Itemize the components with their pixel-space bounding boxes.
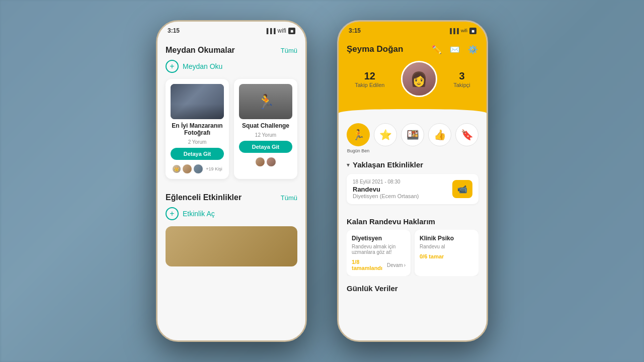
badge-social-circle: 👍	[428, 123, 451, 146]
remaining-card-1-title: Diyetisyen	[352, 235, 406, 242]
add-activity-icon: +	[166, 207, 179, 220]
avatar-icon-1: 👑	[172, 164, 181, 173]
badge-today-label: Bugün Ben	[347, 148, 370, 153]
signal-icon-right: ▐▐▐	[448, 28, 459, 34]
add-activity-row[interactable]: + Etkinlik Aç	[166, 207, 297, 220]
challenge-card-1: En İyi Manzaranın Fotoğrafı 2 Yorum Deta…	[166, 79, 229, 179]
add-challenge-label: Meydan Oku	[183, 62, 222, 70]
avatar-2	[193, 164, 203, 174]
remaining-card-1-progress: 1/8 tamamlandı	[352, 259, 387, 271]
remaining-card-1-row: 1/8 tamamlandı Devam ›	[352, 259, 406, 271]
remaining-card-2-progress: 0/6 tamar	[420, 253, 444, 259]
activities-title: Eğlenceli Etkinlikler	[166, 193, 242, 202]
card-1-subtitle: 2 Yorum	[171, 139, 224, 145]
followers-count: 3	[453, 70, 470, 82]
upcoming-section: ▾ Yaklaşan Etkinlikler 18 Eylül 2021 - 0…	[339, 155, 487, 214]
appointment-info: 18 Eylül 2021 - 08:30 Randevu Diyetisyen…	[353, 179, 419, 199]
card-1-avatars: 👑 +19 Kişi	[171, 164, 224, 174]
wave-container	[339, 109, 487, 119]
remaining-card-1-action[interactable]: Devam ›	[387, 262, 406, 268]
remaining-title: Kalan Randevu Haklarım	[347, 217, 478, 226]
appointment-date: 18 Eylül 2021 - 08:30	[353, 179, 419, 185]
add-activity-label: Etkinlik Aç	[183, 210, 215, 218]
status-icons-left: ▐▐▐ wifi ■	[265, 27, 295, 34]
right-phone-screen: Şeyma Doğan ✏️ ✉️ ⚙️ 12 Takip Edilen 👩	[339, 40, 487, 340]
avatar-4	[266, 157, 276, 167]
phones-container: 3:15 ▐▐▐ wifi ■ Meydan Okumalar Tümü + M…	[0, 0, 644, 362]
badge-food-circle: 🍱	[401, 123, 424, 146]
edit-icon[interactable]: ✏️	[431, 44, 442, 55]
following-count: 12	[355, 70, 384, 82]
following-stat: 12 Takip Edilen	[355, 70, 384, 88]
battery-icon-left: ■	[288, 28, 295, 34]
badge-today[interactable]: 🏃 Bugün Ben	[347, 123, 370, 153]
gym-image	[171, 84, 224, 119]
badge-star[interactable]: ⭐	[374, 123, 397, 153]
avatar-image: 👩	[403, 62, 436, 96]
remaining-card-2: Klinik Psiko Randevu al 0/6 tamar	[415, 230, 478, 276]
add-challenge-row[interactable]: + Meydan Oku	[166, 60, 297, 73]
status-bar-right: 3:15 ▐▐▐ wifi ■	[339, 22, 487, 40]
video-call-icon[interactable]: 📹	[452, 180, 472, 198]
card-1-detail-btn[interactable]: Detaya Git	[171, 148, 224, 160]
add-challenge-icon: +	[166, 60, 179, 73]
challenge-card-2: Squat Challenge 12 Yorum Detaya Git	[234, 79, 297, 179]
time-right: 3:15	[349, 27, 361, 34]
battery-icon-right: ■	[469, 28, 476, 34]
profile-top-row: Şeyma Doğan ✏️ ✉️ ⚙️	[347, 44, 478, 55]
left-phone-screen: Meydan Okumalar Tümü + Meydan Oku En İyi…	[157, 40, 305, 340]
badge-today-circle: 🏃	[347, 123, 370, 146]
remaining-section: Kalan Randevu Haklarım Diyetisyen Randev…	[339, 214, 487, 281]
card-2-subtitle: 12 Yorum	[239, 132, 292, 138]
card-2-image	[239, 84, 292, 119]
card-1-title: En İyi Manzaranın Fotoğrafı	[171, 122, 224, 136]
right-phone: 3:15 ▐▐▐ wifi ■ Şeyma Doğan ✏️ ✉️ ⚙️	[337, 20, 488, 342]
remaining-card-2-row: 0/6 tamar	[420, 253, 473, 259]
wave-shape	[339, 109, 487, 119]
chevron-right-icon: ›	[404, 262, 406, 268]
left-phone: 3:15 ▐▐▐ wifi ■ Meydan Okumalar Tümü + M…	[156, 20, 307, 342]
profile-stats: 12 Takip Edilen 👩 3 Takipçi	[347, 61, 478, 97]
settings-icon[interactable]: ⚙️	[467, 44, 478, 55]
wifi-icon-right: wifi	[461, 28, 467, 33]
appointment-type: Randevu	[353, 186, 419, 193]
more-count: +19 Kişi	[206, 166, 222, 171]
daily-title: Günlük Veriler	[347, 284, 478, 293]
signal-icon-left: ▐▐▐	[265, 28, 275, 34]
status-bar-left: 3:15 ▐▐▐ wifi ■	[157, 22, 305, 40]
profile-action-icons: ✏️ ✉️ ⚙️	[431, 44, 478, 55]
status-icons-right: ▐▐▐ wifi ■	[448, 28, 476, 34]
appointment-card: 18 Eylül 2021 - 08:30 Randevu Diyetisyen…	[347, 174, 478, 204]
card-2-detail-btn[interactable]: Detaya Git	[239, 141, 292, 153]
badge-bookmark[interactable]: 🔖	[455, 123, 478, 153]
time-left: 3:15	[168, 27, 180, 34]
card-1-image	[171, 84, 224, 119]
avatar-3	[255, 157, 265, 167]
upcoming-title-row: ▾ Yaklaşan Etkinlikler	[347, 160, 478, 169]
challenges-title: Meydan Okumalar	[166, 46, 235, 55]
challenges-header: Meydan Okumalar Tümü	[166, 46, 297, 55]
remaining-cards: Diyetisyen Randevu almak için uzmanlara …	[347, 230, 478, 276]
badge-social[interactable]: 👍	[428, 123, 451, 153]
mail-icon[interactable]: ✉️	[449, 44, 460, 55]
remaining-card-2-title: Klinik Psiko	[420, 235, 473, 242]
badge-food[interactable]: 🍱	[401, 123, 424, 153]
wifi-icon-left: wifi	[278, 27, 286, 34]
activity-image-card	[166, 226, 297, 266]
remaining-card-2-desc: Randevu al	[420, 244, 473, 249]
remaining-card-1: Diyetisyen Randevu almak için uzmanlara …	[347, 230, 411, 276]
activities-header: Eğlenceli Etkinlikler Tümü	[166, 193, 297, 202]
followers-label: Takipçi	[453, 82, 470, 88]
profile-name: Şeyma Doğan	[347, 44, 403, 54]
followers-stat: 3 Takipçi	[453, 70, 470, 88]
badge-star-circle: ⭐	[374, 123, 397, 146]
upcoming-title: Yaklaşan Etkinlikler	[353, 160, 423, 169]
challenges-link[interactable]: Tümü	[281, 47, 297, 54]
chevron-down-icon: ▾	[347, 161, 350, 168]
card-2-avatars	[239, 157, 292, 167]
activities-link[interactable]: Tümü	[281, 194, 297, 202]
daily-section: Günlük Veriler	[339, 281, 487, 298]
avatar-1	[182, 164, 192, 174]
profile-header: Şeyma Doğan ✏️ ✉️ ⚙️ 12 Takip Edilen 👩	[339, 40, 487, 109]
appointment-doctor: Diyetisyen (Ecem Ortasan)	[353, 193, 419, 199]
